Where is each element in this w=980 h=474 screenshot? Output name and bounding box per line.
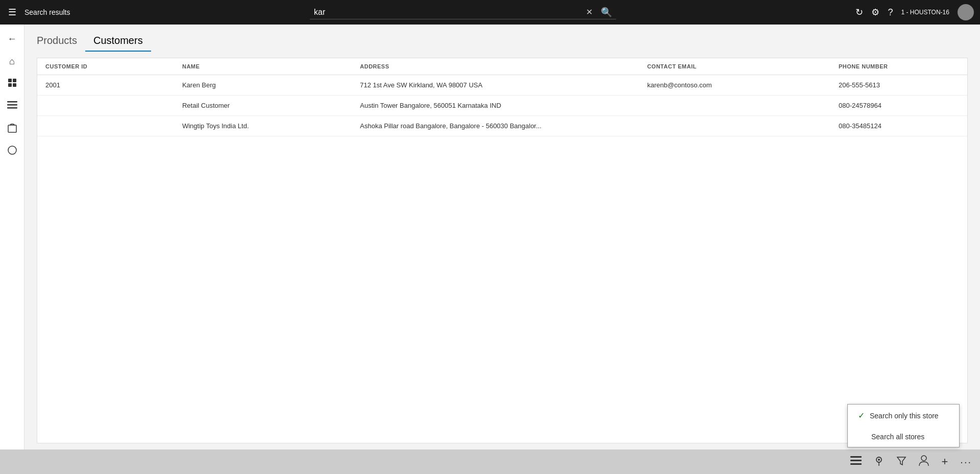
- svg-rect-11: [850, 463, 862, 465]
- sidebar: ← ⌂: [0, 25, 24, 449]
- svg-rect-9: [850, 456, 862, 458]
- svg-rect-2: [8, 83, 12, 87]
- lines-icon: [7, 101, 17, 112]
- sidebar-item-back[interactable]: ←: [2, 29, 22, 49]
- svg-point-14: [921, 456, 926, 461]
- col-header-name: NAME: [174, 58, 352, 75]
- circle-icon: [7, 145, 17, 158]
- filter-button[interactable]: [896, 456, 906, 468]
- search-only-this-store-label: Search only this store: [870, 412, 939, 420]
- home-icon: ⌂: [9, 56, 15, 67]
- search-clear-button[interactable]: ✕: [582, 7, 597, 17]
- svg-rect-3: [13, 83, 16, 87]
- search-scope-dropdown: ✓ Search only this store Search all stor…: [847, 404, 960, 447]
- bottom-toolbar: + ···: [0, 449, 980, 474]
- sidebar-item-products[interactable]: [2, 74, 22, 94]
- col-header-contact-email: CONTACT EMAIL: [639, 58, 830, 75]
- col-header-customer-id: CUSTOMER ID: [37, 58, 174, 75]
- col-header-phone-number: PHONE NUMBER: [830, 58, 967, 75]
- header: ☰ Search results ✕ 🔍 ↻ ⚙ ? 1 - HOUSTON-1…: [0, 0, 980, 25]
- search-input[interactable]: [310, 6, 582, 19]
- cell-address: 712 1st Ave SW Kirkland, WA 98007 USA: [352, 75, 639, 96]
- more-button[interactable]: ···: [960, 456, 972, 468]
- cell-customer_id: 2001: [37, 75, 174, 96]
- svg-point-13: [878, 459, 880, 461]
- cell-name: Karen Berg: [174, 75, 352, 96]
- table-row[interactable]: Wingtip Toys India Ltd.Ashoka Pillar roa…: [37, 116, 967, 136]
- cell-phone_number: 080-24578964: [830, 96, 967, 116]
- avatar: [958, 4, 974, 20]
- cell-phone_number: 206-555-5613: [830, 75, 967, 96]
- refresh-icon[interactable]: ↻: [855, 7, 863, 18]
- search-submit-button[interactable]: 🔍: [597, 7, 616, 18]
- svg-rect-5: [7, 104, 17, 106]
- cell-contact_email: [639, 116, 830, 136]
- col-header-address: ADDRESS: [352, 58, 639, 75]
- tab-products[interactable]: Products: [37, 31, 85, 52]
- location-button[interactable]: [874, 455, 884, 469]
- store-info: 1 - HOUSTON-16: [901, 9, 949, 16]
- main-layout: ← ⌂: [0, 25, 980, 449]
- hamburger-menu-icon[interactable]: ☰: [6, 7, 18, 18]
- cell-name: Retail Customer: [174, 96, 352, 116]
- help-icon[interactable]: ?: [888, 7, 893, 18]
- bag-icon: [7, 122, 17, 136]
- page-title: Search results: [24, 8, 70, 16]
- content-area: Products Customers CUSTOMER ID NAME ADDR…: [24, 25, 980, 449]
- svg-rect-4: [7, 101, 17, 103]
- cell-name: Wingtip Toys India Ltd.: [174, 116, 352, 136]
- check-icon: ✓: [858, 411, 865, 420]
- settings-icon[interactable]: ⚙: [871, 7, 879, 18]
- list-view-button[interactable]: [850, 456, 862, 468]
- customers-table: CUSTOMER ID NAME ADDRESS CONTACT EMAIL P…: [37, 58, 967, 136]
- search-only-this-store-option[interactable]: ✓ Search only this store: [848, 405, 959, 426]
- cell-address: Austin Tower Bangalore, 560051 Karnataka…: [352, 96, 639, 116]
- sidebar-item-circle[interactable]: [2, 141, 22, 161]
- svg-rect-1: [13, 79, 16, 82]
- svg-rect-10: [850, 460, 862, 461]
- customers-table-container: CUSTOMER ID NAME ADDRESS CONTACT EMAIL P…: [37, 58, 968, 443]
- sidebar-item-orders[interactable]: [2, 118, 22, 139]
- person-button[interactable]: [919, 455, 929, 469]
- table-row[interactable]: Retail CustomerAustin Tower Bangalore, 5…: [37, 96, 967, 116]
- svg-rect-0: [8, 79, 12, 82]
- search-all-stores-label: Search all stores: [871, 433, 924, 441]
- svg-point-8: [8, 146, 16, 154]
- cell-contact_email: [639, 96, 830, 116]
- sidebar-item-menu[interactable]: [2, 96, 22, 116]
- add-button[interactable]: +: [941, 455, 948, 468]
- svg-rect-6: [7, 107, 17, 109]
- table-row[interactable]: 2001Karen Berg712 1st Ave SW Kirkland, W…: [37, 75, 967, 96]
- back-icon: ←: [8, 34, 17, 44]
- search-all-stores-option[interactable]: Search all stores: [848, 426, 959, 447]
- cell-contact_email: karenb@contoso.com: [639, 75, 830, 96]
- sidebar-item-home[interactable]: ⌂: [2, 51, 22, 72]
- table-header-row: CUSTOMER ID NAME ADDRESS CONTACT EMAIL P…: [37, 58, 967, 75]
- cell-phone_number: 080-35485124: [830, 116, 967, 136]
- svg-rect-7: [8, 125, 16, 132]
- search-bar: ✕ 🔍: [310, 6, 616, 19]
- cell-customer_id: [37, 96, 174, 116]
- cell-customer_id: [37, 116, 174, 136]
- tab-customers[interactable]: Customers: [85, 31, 151, 52]
- header-right: ↻ ⚙ ? 1 - HOUSTON-16: [855, 4, 973, 20]
- tabs: Products Customers: [24, 25, 980, 52]
- grid-icon: [7, 78, 17, 90]
- cell-address: Ashoka Pillar road Bangalore, Bangalore …: [352, 116, 639, 136]
